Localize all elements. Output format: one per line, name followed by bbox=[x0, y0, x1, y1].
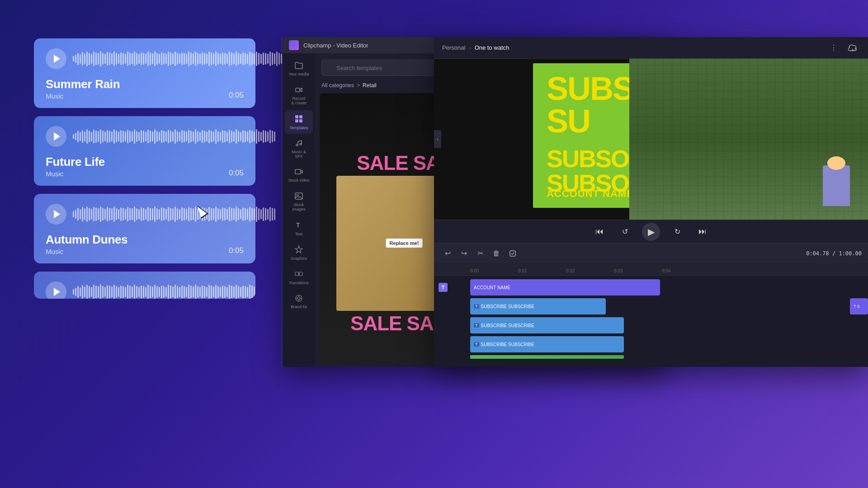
track-duration-future-life: 0:05 bbox=[229, 169, 244, 178]
ruler-mark-2: 0:02 bbox=[566, 268, 614, 273]
timeline-row-subscribe-2: T SUBSCRIBE SUBSCRIBE bbox=[434, 317, 868, 333]
breadcrumb-current-category: Retail bbox=[363, 82, 377, 89]
editor-breadcrumb: Personal › One to watch bbox=[442, 44, 509, 51]
clip-t-icon-2: T bbox=[474, 304, 479, 309]
svg-point-5 bbox=[296, 144, 298, 146]
timeline-area: 0:00 0:01 0:02 0:03 0:04 T ACCOUNT NAME bbox=[434, 263, 868, 367]
transitions-icon bbox=[294, 269, 304, 279]
app-title: Clipchamp - Video Editor bbox=[303, 42, 368, 49]
rewind-5s-button[interactable]: ↺ bbox=[617, 224, 633, 240]
sidebar: Your media Record& create bbox=[283, 53, 315, 367]
svg-rect-7 bbox=[295, 169, 301, 174]
play-button-track4[interactable] bbox=[46, 282, 66, 299]
game-character bbox=[823, 165, 850, 206]
sidebar-label-your-media: Your media bbox=[288, 72, 309, 77]
sidebar-item-music-sfx[interactable]: Music & SFX bbox=[285, 135, 313, 163]
stock-images-icon bbox=[294, 191, 304, 201]
sidebar-label-stock-video: Stock video bbox=[288, 178, 310, 183]
save-clip-button[interactable] bbox=[505, 246, 520, 261]
waveform-future-life bbox=[73, 128, 275, 145]
track-type-future-life: Music bbox=[46, 170, 105, 178]
editor-breadcrumb-parent[interactable]: Personal bbox=[442, 44, 465, 51]
preview-game-overlay bbox=[629, 59, 868, 220]
undo-button[interactable]: ↩ bbox=[440, 246, 455, 261]
track-card-autumn-dunes[interactable]: Autumn Dunes Music 0:05 bbox=[34, 194, 255, 263]
play-button-future-life[interactable] bbox=[46, 126, 66, 147]
svg-rect-8 bbox=[295, 193, 302, 199]
track-clips-account-name: ACCOUNT NAME bbox=[470, 279, 868, 296]
svg-marker-11 bbox=[295, 246, 302, 253]
sidebar-item-graphics[interactable]: Graphics bbox=[285, 241, 313, 264]
timeline-row-subscribe-3: T SUBSCRIBE SUBSCRIBE bbox=[434, 336, 868, 352]
timeline-tracks: T ACCOUNT NAME T SUBSCRIBE SUBSCRIBE bbox=[434, 276, 868, 362]
timeline-ruler: 0:00 0:01 0:02 0:03 0:04 bbox=[434, 263, 868, 276]
music-icon bbox=[294, 138, 304, 148]
video-preview-area: SUBSCRIBE SU SUBSO SUBSO ACCOUNT NAME ▶ … bbox=[434, 59, 868, 220]
ruler-mark-4: 0:04 bbox=[662, 268, 710, 273]
more-options-button[interactable]: ⋮ bbox=[826, 41, 841, 55]
track-duration-summer-rain: 0:05 bbox=[229, 91, 244, 100]
playback-time-display: 0:04.78 / 1:00.00 bbox=[806, 250, 862, 257]
sidebar-label-stock-images: Stock images bbox=[288, 203, 310, 212]
clip-subscribe-1-extra[interactable]: T S bbox=[850, 298, 868, 314]
clip-subscribe-2[interactable]: T SUBSCRIBE SUBSCRIBE bbox=[470, 317, 624, 333]
redo-button[interactable]: ↪ bbox=[457, 246, 471, 261]
sidebar-item-stock-video[interactable]: Stock video bbox=[285, 163, 313, 187]
panel-separator bbox=[281, 37, 283, 367]
forward-5s-button[interactable]: ↻ bbox=[669, 224, 685, 240]
sidebar-item-transitions[interactable]: Transitions bbox=[285, 265, 313, 289]
sidebar-label-text: Text bbox=[295, 232, 303, 236]
play-button-autumn-dunes[interactable] bbox=[46, 204, 66, 225]
ruler-mark-3: 0:03 bbox=[614, 268, 662, 273]
svg-rect-3 bbox=[295, 119, 298, 122]
game-scene bbox=[629, 59, 868, 220]
clip-t-icon-4: T bbox=[474, 342, 479, 347]
svg-rect-1 bbox=[295, 115, 298, 118]
track-card-summer-rain[interactable]: // Will be rendered after DOM load Summe… bbox=[34, 38, 255, 108]
sidebar-label-music-sfx: Music & SFX bbox=[288, 150, 310, 159]
templates-icon bbox=[294, 114, 304, 124]
cloud-save-button[interactable] bbox=[845, 41, 860, 55]
sidebar-item-record-create[interactable]: Record& create bbox=[285, 81, 313, 109]
track-title-autumn-dunes: Autumn Dunes bbox=[46, 233, 127, 247]
sidebar-item-templates[interactable]: Templates bbox=[285, 110, 313, 134]
svg-rect-12 bbox=[295, 272, 298, 276]
waveform-autumn-dunes bbox=[73, 206, 275, 222]
track-card-future-life[interactable]: Future Life Music 0:05 bbox=[34, 116, 255, 186]
editor-header: Personal › One to watch ⋮ bbox=[434, 37, 868, 59]
svg-point-15 bbox=[297, 297, 300, 300]
play-button-summer-rain[interactable] bbox=[46, 48, 66, 69]
folder-icon bbox=[294, 61, 304, 70]
skip-end-button[interactable]: ⏭ bbox=[694, 224, 711, 240]
clip-t-icon-3: T bbox=[474, 323, 479, 328]
breadcrumb-all-categories[interactable]: All categories bbox=[321, 82, 354, 89]
ruler-mark-0: 0:00 bbox=[470, 268, 518, 273]
sidebar-item-your-media[interactable]: Your media bbox=[285, 57, 313, 80]
app-icon bbox=[289, 40, 299, 50]
sidebar-item-brand-kit[interactable]: Brand kit bbox=[285, 290, 313, 313]
play-pause-button[interactable]: ▶ bbox=[642, 223, 660, 241]
cut-button[interactable]: ✂ bbox=[473, 246, 487, 261]
graphics-icon bbox=[294, 244, 304, 254]
playback-controls: ⏮ ↺ ▶ ↻ ⏭ bbox=[434, 220, 868, 243]
editor-breadcrumb-sep: › bbox=[469, 44, 471, 51]
breadcrumb-separator: > bbox=[357, 82, 360, 89]
track-type-summer-rain: Music bbox=[46, 92, 120, 100]
timeline-row-subscribe-1: T SUBSCRIBE SUBSCRIBE T S bbox=[434, 298, 868, 314]
clip-account-name[interactable]: ACCOUNT NAME bbox=[470, 279, 660, 296]
sidebar-label-transitions: Transitions bbox=[289, 281, 309, 285]
music-tracks-panel: // Will be rendered after DOM load Summe… bbox=[34, 38, 255, 307]
sidebar-label-graphics: Graphics bbox=[291, 256, 307, 261]
sidebar-item-stock-images[interactable]: Stock images bbox=[285, 188, 313, 216]
skip-start-button[interactable]: ⏮ bbox=[591, 224, 608, 240]
track-title-summer-rain: Summer Rain bbox=[46, 77, 120, 91]
track-clips-subscribe-2: T SUBSCRIBE SUBSCRIBE bbox=[470, 317, 868, 333]
collapse-panel-button[interactable]: ‹ bbox=[434, 130, 441, 148]
delete-button[interactable]: 🗑 bbox=[489, 246, 504, 261]
editor-toolbar: ↩ ↪ ✂ 🗑 0:04.78 / 1:00.00 bbox=[434, 243, 868, 263]
ruler-mark-1: 0:01 bbox=[518, 268, 566, 273]
clip-subscribe-1[interactable]: T SUBSCRIBE SUBSCRIBE bbox=[470, 298, 606, 314]
clip-subscribe-3[interactable]: T SUBSCRIBE SUBSCRIBE bbox=[470, 336, 624, 352]
sidebar-item-text[interactable]: T Text bbox=[285, 216, 313, 240]
track-card-4[interactable] bbox=[34, 272, 255, 299]
